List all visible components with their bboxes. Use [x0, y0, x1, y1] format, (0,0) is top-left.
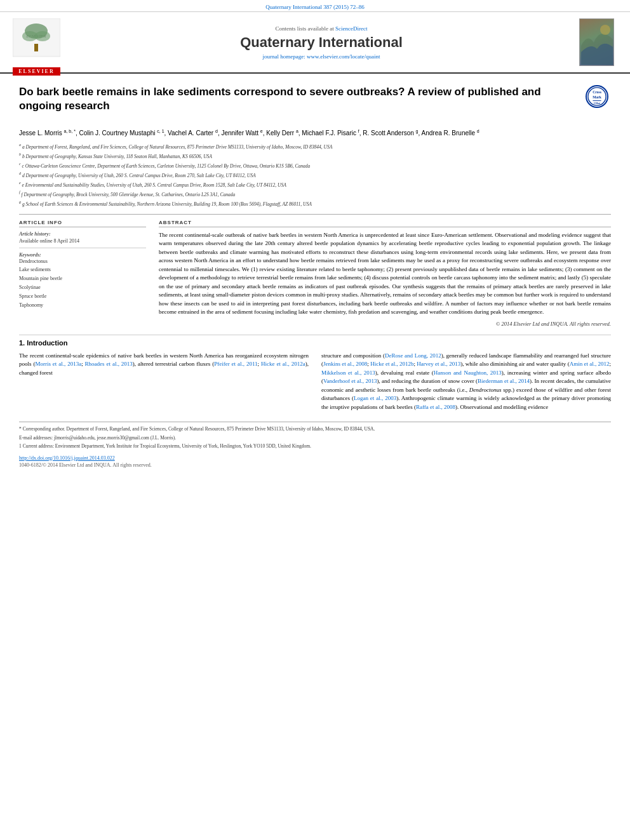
abstract-panel: ABSTRACT The recent continental-scale ou…	[159, 220, 611, 327]
article-title-section: Do bark beetle remains in lake sediments…	[19, 80, 611, 123]
ref-vanderhoof2013[interactable]: Vanderhoof et al., 2013	[323, 378, 377, 384]
section-1-title: 1. Introduction	[19, 339, 611, 347]
authors: Jesse L. Morris a, b, *, Colin J. Courtn…	[19, 128, 611, 138]
affiliations: a a Department of Forest, Rangeland, and…	[19, 142, 611, 215]
contents-label: Contents lists available at	[276, 25, 334, 32]
svg-text:Cross: Cross	[593, 90, 601, 94]
ref-jenkins2008[interactable]: Jenkins et al., 2008	[323, 361, 367, 367]
body-para-1: The recent continental-scale epidemics o…	[19, 352, 309, 378]
sciencedirect-link[interactable]: ScienceDirect	[335, 25, 367, 32]
banner-center: Contents lists available at ScienceDirec…	[64, 25, 579, 60]
journal-cover-thumbnail	[579, 18, 617, 66]
ref-biederman2014[interactable]: Biederman et al., 2014	[478, 378, 530, 384]
keyword-5: Taphonomy	[19, 302, 146, 310]
svg-text:CHat: CHat	[594, 102, 600, 105]
available-online: Available online 8 April 2014	[19, 238, 146, 244]
doi-url[interactable]: http://dx.doi.org/10.1016/j.jquaint.2014…	[19, 455, 611, 461]
footnote-current-address: 1 Current address: Environment Departmen…	[19, 443, 611, 450]
ref-mikkelson2013[interactable]: Mikkelson et al., 2013	[321, 370, 375, 376]
ref-derose2012[interactable]: DeRose and Long, 2012	[385, 352, 441, 359]
crossmark-badge[interactable]: Cross Mark CHat	[586, 85, 611, 110]
keywords-label: Keywords:	[19, 252, 146, 258]
svg-rect-5	[34, 44, 38, 51]
article-info-panel: ARTICLE INFO Article history: Available …	[19, 220, 146, 327]
issn-line: 1040-6182/© 2014 Elsevier Ltd and INQUA.…	[19, 462, 611, 468]
ref-rhoades2013[interactable]: Rhoades et al., 2013	[85, 361, 133, 367]
ref-hanson2013[interactable]: Hanson and Naughton, 2013	[434, 370, 502, 376]
affil-g: g School of Earth Sciences & Environment…	[22, 201, 312, 206]
affil-c: c Ottawa-Carleton Geoscience Centre, Dep…	[22, 163, 311, 168]
article-info-header: ARTICLE INFO	[19, 220, 146, 227]
history-label: Article history:	[19, 231, 146, 237]
body-col-left: The recent continental-scale epidemics o…	[19, 352, 309, 416]
svg-point-7	[600, 25, 610, 35]
keyword-1: Lake sediments	[19, 266, 146, 274]
body-section: 1. Introduction The recent continental-s…	[19, 335, 611, 416]
affil-a: a Department of Forest, Rangeland, and F…	[22, 143, 332, 149]
body-col-right: structure and composition (DeRose and Lo…	[321, 352, 611, 416]
elsevier-logo-left: ELSEVIER ELSEVIER	[13, 18, 64, 66]
svg-text:Mark: Mark	[593, 95, 602, 99]
ref-logan2003[interactable]: Logan et al., 2003	[354, 395, 396, 401]
keyword-3: Scolytinae	[19, 284, 146, 292]
keyword-4: Spruce beetle	[19, 293, 146, 301]
ref-hicke2012b[interactable]: Hicke et al., 2012b	[370, 361, 413, 367]
footnote-email: E-mail addresses: jlmorris@uidaho.edu, j…	[19, 435, 611, 442]
keywords-section: Keywords: Dendroctonus Lake sediments Mo…	[19, 252, 146, 310]
ref-harvey2013[interactable]: Harvey et al., 2013	[417, 361, 460, 367]
affil-e: e Environmental and Sustainability Studi…	[22, 182, 286, 187]
ref-hicke2012a[interactable]: Hicke et al., 2012a	[261, 361, 305, 367]
affil-b: b Department of Geography, Kansas State …	[22, 153, 212, 159]
doi-link[interactable]: http://dx.doi.org/10.1016/j.jquaint.2014…	[19, 455, 115, 461]
affil-d: d Department of Geography, University of…	[22, 172, 256, 178]
abstract-header: ABSTRACT	[159, 220, 611, 227]
ref-pfeifer2011[interactable]: Pfeifer et al., 2011	[214, 361, 257, 367]
article-title: Do bark beetle remains in lake sediments…	[19, 85, 579, 113]
svg-point-4	[35, 31, 50, 41]
copyright-line: © 2014 Elsevier Ltd and INQUA. All right…	[159, 321, 611, 327]
body-para-2: structure and composition (DeRose and Lo…	[321, 352, 611, 412]
homepage-url: www.elsevier.com/locate/quaint	[307, 53, 380, 60]
elsevier-label: ELSEVIER	[13, 67, 60, 76]
keywords-list: Dendroctonus Lake sediments Mountain pin…	[19, 258, 146, 310]
homepage-prefix: journal homepage:	[263, 53, 307, 60]
abstract-text: The recent continental-scale outbreak of…	[159, 231, 611, 317]
keyword-0: Dendroctonus	[19, 258, 146, 266]
keyword-2: Mountain pine beetle	[19, 275, 146, 283]
ref-amin2012[interactable]: Amin et al., 2012	[570, 361, 610, 367]
journal-ref: Quaternary International 387 (2015) 72–8…	[265, 4, 364, 10]
journal-title: Quaternary International	[64, 34, 579, 51]
abstract-content: The recent continental-scale outbreak of…	[159, 232, 611, 316]
footnote-corresponding: * Corresponding author. Department of Fo…	[19, 426, 611, 433]
ref-raffa2008[interactable]: Raffa et al., 2008	[416, 404, 455, 410]
affil-f: f Department of Geography, Brock Univers…	[22, 191, 236, 197]
footnotes: * Corresponding author. Department of Fo…	[19, 422, 611, 450]
ref-morris2013a[interactable]: Morris et al., 2013a	[35, 361, 81, 367]
